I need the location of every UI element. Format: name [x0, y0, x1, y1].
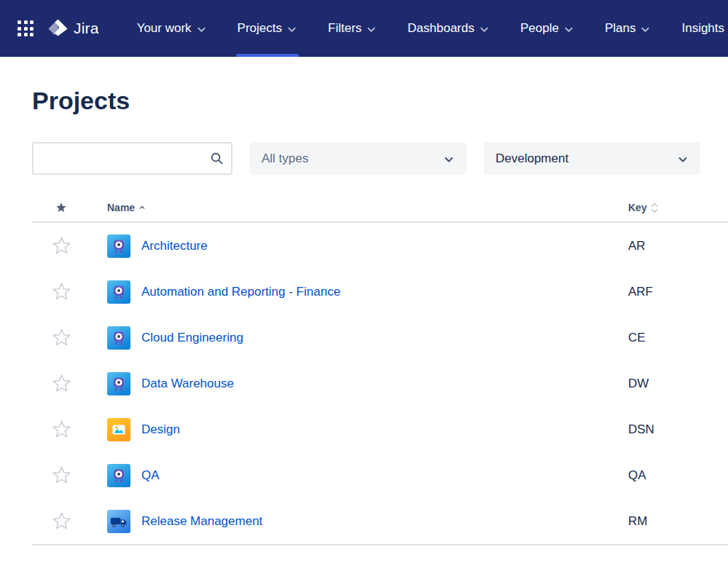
jira-logo-icon: [48, 19, 68, 39]
project-key: DW: [628, 377, 728, 391]
project-link[interactable]: Data Warehouse: [141, 377, 234, 391]
star-toggle-button[interactable]: [50, 281, 72, 303]
nav-item-plans[interactable]: Plans: [605, 0, 651, 57]
jira-logo[interactable]: Jira: [48, 19, 99, 39]
project-link[interactable]: Architecture: [141, 239, 208, 253]
main-content: Projects All types Development: [0, 57, 728, 546]
project-link[interactable]: Automation and Reporting - Finance: [141, 285, 340, 299]
project-key: ARF: [628, 285, 728, 299]
star-outline-icon: [52, 282, 71, 302]
table-row: QA QA: [32, 452, 728, 498]
page-title: Projects: [32, 87, 728, 114]
app-switcher-button[interactable]: [13, 16, 38, 41]
chevron-down-icon: [196, 24, 207, 35]
project-key: CE: [628, 331, 728, 345]
sort-ascending-icon: [138, 203, 146, 212]
robot-avatar-icon: [107, 372, 130, 395]
project-link[interactable]: Design: [141, 422, 180, 437]
robot-avatar-icon: [107, 235, 130, 258]
column-header-key[interactable]: Key: [628, 202, 728, 213]
category-filter-select[interactable]: Development: [484, 142, 700, 175]
table-row: Cloud Engineering CE: [32, 315, 728, 361]
column-header-star[interactable]: [55, 202, 67, 213]
chevron-down-icon: [286, 24, 297, 35]
star-toggle-button[interactable]: [50, 419, 72, 441]
chevron-down-icon: [563, 24, 574, 35]
top-navigation: Jira Your work Projects Filters Dashboar…: [0, 0, 728, 57]
table-row: Data Warehouse DW: [32, 361, 728, 406]
star-toggle-button[interactable]: [50, 511, 72, 532]
table-bottom-divider: [32, 544, 728, 546]
star-outline-icon: [52, 465, 71, 485]
star-outline-icon: [52, 328, 71, 347]
robot-avatar-icon: [107, 464, 130, 487]
filter-bar: All types Development: [32, 142, 728, 175]
table-body: Architecture AR Automation and Reporting…: [32, 223, 728, 544]
nav-item-dashboards[interactable]: Dashboards: [407, 0, 490, 57]
star-outline-icon: [52, 511, 71, 531]
column-header-name[interactable]: Name: [90, 202, 628, 213]
search-box: [32, 142, 232, 175]
project-link[interactable]: QA: [141, 468, 160, 483]
chevron-down-icon: [366, 24, 377, 35]
app-switcher-grid-icon: [17, 20, 34, 36]
search-input[interactable]: [32, 142, 232, 175]
project-link[interactable]: Release Management: [141, 514, 262, 529]
robot-avatar-icon: [107, 326, 130, 350]
category-filter-value: Development: [496, 151, 568, 166]
nav-item-people[interactable]: People: [520, 0, 574, 57]
nav-item-projects[interactable]: Projects: [238, 0, 297, 57]
project-link[interactable]: Cloud Engineering: [141, 331, 243, 345]
table-row: Design DSN: [32, 406, 728, 452]
table-row: Release Management RM: [32, 498, 728, 544]
star-toggle-button[interactable]: [50, 235, 72, 257]
project-key: QA: [628, 468, 728, 483]
chevron-down-icon: [640, 24, 651, 35]
truck-avatar-icon: [107, 510, 130, 533]
robot-avatar-icon: [107, 280, 130, 304]
chevron-down-icon: [443, 154, 455, 165]
brand-name: Jira: [74, 20, 99, 37]
nav-item-insights[interactable]: Insights: [681, 0, 724, 57]
project-key: RM: [628, 514, 728, 529]
chevron-down-icon: [677, 154, 689, 165]
design-avatar-icon: [107, 418, 130, 441]
project-key: DSN: [628, 422, 728, 437]
project-key: AR: [628, 239, 728, 253]
type-filter-value: All types: [262, 151, 308, 166]
star-icon: [55, 202, 67, 213]
type-filter-select[interactable]: All types: [250, 142, 466, 175]
table-row: Architecture AR: [32, 223, 728, 269]
star-outline-icon: [52, 236, 71, 256]
chevron-down-icon: [479, 24, 490, 35]
nav-item-filters[interactable]: Filters: [328, 0, 377, 57]
star-toggle-button[interactable]: [50, 373, 72, 395]
star-outline-icon: [52, 374, 71, 393]
star-outline-icon: [52, 420, 71, 439]
star-toggle-button[interactable]: [50, 465, 72, 487]
table-header: Name Key: [32, 194, 728, 223]
projects-table: Name Key: [32, 194, 728, 546]
nav-item-your-work[interactable]: Your work: [137, 0, 207, 57]
table-row: Automation and Reporting - Finance ARF: [32, 269, 728, 315]
sort-icon: [650, 202, 659, 213]
star-toggle-button[interactable]: [50, 327, 72, 349]
primary-nav: Your work Projects Filters Dashboards Pe…: [137, 0, 724, 57]
